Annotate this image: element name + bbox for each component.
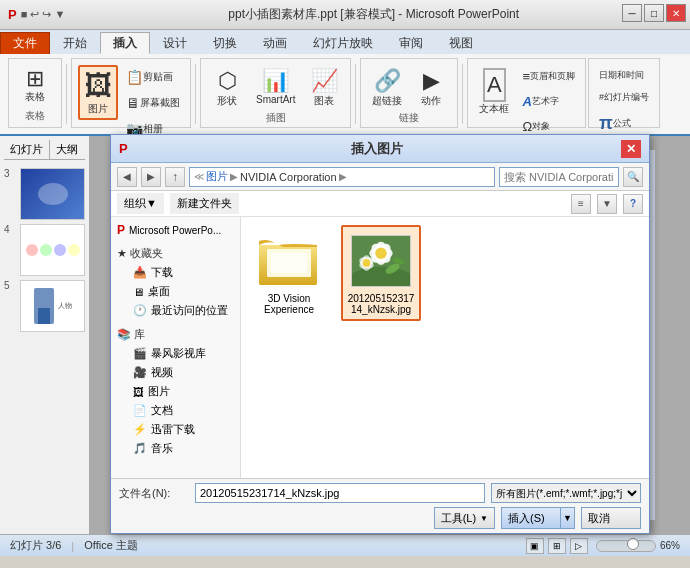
search-input[interactable] xyxy=(499,167,619,187)
organize-button[interactable]: 组织▼ xyxy=(117,193,164,214)
tab-insert[interactable]: 插入 xyxy=(100,32,150,54)
nav-pictures[interactable]: 🖼 图片 xyxy=(127,382,240,401)
screenshot-label: 屏幕截图 xyxy=(140,96,180,110)
slides-tab[interactable]: 幻灯片 xyxy=(4,140,50,159)
status-sep: | xyxy=(71,540,74,552)
outline-tab[interactable]: 大纲 xyxy=(50,140,84,159)
datetime-button[interactable]: 日期和时间 xyxy=(595,65,648,86)
bc-arrow-2: ▶ xyxy=(339,171,347,182)
tab-slideshow[interactable]: 幻灯片放映 xyxy=(300,32,386,54)
footer-buttons: 工具(L) ▼ 插入(S) ▼ 取消 xyxy=(119,507,641,529)
file-item-photo[interactable]: 20120515231714_kNzsk.jpg xyxy=(341,225,421,321)
recent-icon: 🕐 xyxy=(133,304,147,317)
favorites-label: 收藏夹 xyxy=(130,246,163,261)
powerpoint-label: Microsoft PowerPo... xyxy=(129,225,221,236)
wordart-button[interactable]: A 艺术字 xyxy=(518,90,579,113)
slide-num-4: 4 xyxy=(4,224,18,235)
nav-library-children: 🎬 暴风影视库 🎥 视频 🖼 图片 📄 文档 ⚡ 迅雷下载 xyxy=(111,344,240,458)
dialog-toolbar: 组织▼ 新建文件夹 ≡ ▼ ? xyxy=(111,191,649,217)
maximize-button[interactable]: □ xyxy=(644,4,664,22)
bc-nvidia[interactable]: NVIDIA Corporation xyxy=(240,171,337,183)
hyperlink-label: 超链接 xyxy=(372,94,402,108)
shapes-icon: ⬡ xyxy=(218,68,237,94)
nav-library-header[interactable]: 📚 库 xyxy=(111,324,240,344)
chart-button[interactable]: 📈 图表 xyxy=(304,65,344,111)
nav-desktop[interactable]: 🖥 桌面 xyxy=(127,282,240,301)
action-icon: ▶ xyxy=(423,68,440,94)
search-button[interactable]: 🔍 xyxy=(623,167,643,187)
nav-thunder[interactable]: ⚡ 迅雷下载 xyxy=(127,420,240,439)
slide-info: 幻灯片 3/6 xyxy=(10,538,61,553)
reading-view-button[interactable]: ▷ xyxy=(570,538,588,554)
zoom-handle xyxy=(627,538,639,550)
screenshot-button[interactable]: 🖥 屏幕截图 xyxy=(122,91,184,115)
zoom-slider[interactable] xyxy=(596,540,656,552)
svg-point-5 xyxy=(352,267,410,287)
nav-favorites-header[interactable]: ★ 收藏夹 xyxy=(111,243,240,263)
tab-view[interactable]: 视图 xyxy=(436,32,486,54)
tab-design[interactable]: 设计 xyxy=(150,32,200,54)
bc-pictures[interactable]: 图片 xyxy=(206,169,228,184)
nav-forward-button[interactable]: ▶ xyxy=(141,167,161,187)
smartart-button[interactable]: 📊 SmartArt xyxy=(251,65,300,108)
tab-review[interactable]: 审阅 xyxy=(386,32,436,54)
view-details-button[interactable]: ▼ xyxy=(597,194,617,214)
slide-thumb-4[interactable]: 4 xyxy=(4,224,85,276)
smartart-label: SmartArt xyxy=(256,94,295,105)
favorites-icon: ★ xyxy=(117,247,127,260)
nav-item-powerpoint[interactable]: P Microsoft PowerPo... xyxy=(111,221,240,239)
picture-button[interactable]: 🖼 图片 xyxy=(78,65,118,120)
window-title: ppt小插图素材库.ppt [兼容模式] - Microsoft PowerPo… xyxy=(65,6,682,23)
tools-button[interactable]: 工具(L) ▼ xyxy=(434,507,495,529)
address-path[interactable]: ≪ 图片 ▶ NVIDIA Corporation ▶ xyxy=(189,167,495,187)
slide-sorter-button[interactable]: ⊞ xyxy=(548,538,566,554)
tab-file[interactable]: 文件 xyxy=(0,32,50,54)
window-controls: ─ □ ✕ xyxy=(622,4,686,22)
nav-videos[interactable]: 🎥 视频 xyxy=(127,363,240,382)
nav-recent[interactable]: 🕐 最近访问的位置 xyxy=(127,301,240,320)
clipart-button[interactable]: 📋 剪贴画 xyxy=(122,65,184,89)
slide-thumb-3[interactable]: 3 xyxy=(4,168,85,220)
nav-downloads[interactable]: 📥 下载 xyxy=(127,263,240,282)
header-footer-button[interactable]: ≡ 页眉和页脚 xyxy=(518,65,579,88)
filename-input[interactable] xyxy=(195,483,485,503)
action-button[interactable]: ▶ 动作 xyxy=(411,65,451,111)
picture-icon: 🖼 xyxy=(84,69,112,102)
tab-animations[interactable]: 动画 xyxy=(250,32,300,54)
nav-back-button[interactable]: ◀ xyxy=(117,167,137,187)
movies-label: 暴风影视库 xyxy=(151,346,206,361)
nav-up-button[interactable]: ↑ xyxy=(165,167,185,187)
ribbon: 文件 开始 插入 设计 切换 动画 幻灯片放映 审阅 视图 ⊞ 表格 表格 🖼 xyxy=(0,30,690,136)
minimize-button[interactable]: ─ xyxy=(622,4,642,22)
table-button[interactable]: ⊞ 表格 xyxy=(15,65,55,107)
slide-thumb-5[interactable]: 5 人物 xyxy=(4,280,85,332)
smartart-icon: 📊 xyxy=(262,68,289,94)
nav-movies[interactable]: 🎬 暴风影视库 xyxy=(127,344,240,363)
dialog-close-button[interactable]: ✕ xyxy=(621,140,641,158)
insert-button[interactable]: 插入(S) xyxy=(501,507,561,529)
tab-transitions[interactable]: 切换 xyxy=(200,32,250,54)
downloads-icon: 📥 xyxy=(133,266,147,279)
ribbon-group-links: 🔗 超链接 ▶ 动作 链接 xyxy=(360,58,458,128)
normal-view-button[interactable]: ▣ xyxy=(526,538,544,554)
view-list-button[interactable]: ≡ xyxy=(571,194,591,214)
videos-label: 视频 xyxy=(151,365,173,380)
cancel-button[interactable]: 取消 xyxy=(581,507,641,529)
folder-icon-3dvision xyxy=(259,231,319,291)
nav-documents[interactable]: 📄 文档 xyxy=(127,401,240,420)
insert-dropdown-arrow[interactable]: ▼ xyxy=(561,507,575,529)
nav-tree: P Microsoft PowerPo... ★ 收藏夹 📥 下载 🖥 桌面 xyxy=(111,217,241,478)
help-button[interactable]: ? xyxy=(623,194,643,214)
shapes-label: 形状 xyxy=(217,94,237,108)
file-item-3dvision[interactable]: 3D VisionExperience xyxy=(249,225,329,321)
slidenumber-button[interactable]: #幻灯片编号 xyxy=(595,87,653,108)
filetype-select[interactable]: 所有图片(*.emf;*.wmf;*.jpg;*j▼ xyxy=(491,483,641,503)
shapes-button[interactable]: ⬡ 形状 xyxy=(207,65,247,111)
hyperlink-button[interactable]: 🔗 超链接 xyxy=(367,65,407,111)
textbox-button[interactable]: A 文本框 xyxy=(474,65,514,119)
nav-music[interactable]: 🎵 音乐 xyxy=(127,439,240,458)
new-folder-button[interactable]: 新建文件夹 xyxy=(170,193,239,214)
close-button[interactable]: ✕ xyxy=(666,4,686,22)
screenshot-icon: 🖥 xyxy=(126,95,140,111)
tab-home[interactable]: 开始 xyxy=(50,32,100,54)
